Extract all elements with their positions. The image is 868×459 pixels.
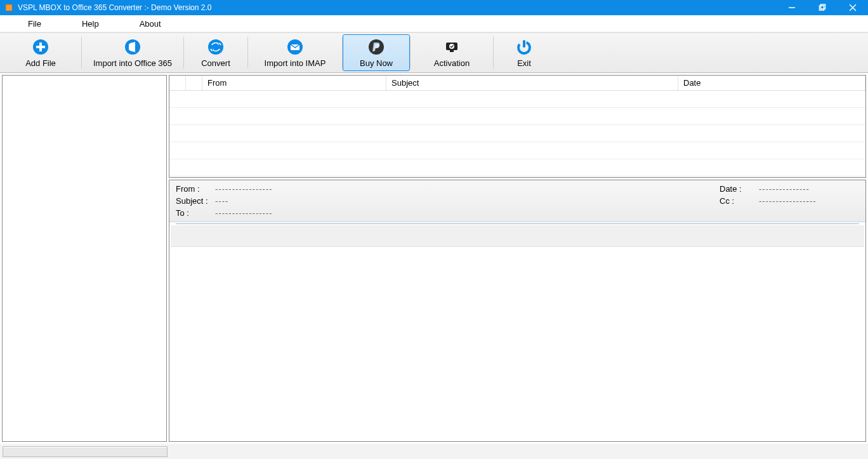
list-header: From Subject Date <box>169 76 865 91</box>
preview-date-value: --------------- <box>759 184 810 194</box>
svg-rect-2 <box>820 6 824 10</box>
convert-label: Convert <box>201 58 230 68</box>
table-row[interactable] <box>169 125 865 142</box>
maximize-button[interactable] <box>807 0 838 15</box>
preview-divider <box>176 223 859 224</box>
import-imap-label: Import into IMAP <box>265 58 326 68</box>
preview-body-header-strip <box>171 225 864 247</box>
header-rownum[interactable] <box>169 76 186 90</box>
buy-now-button[interactable]: Buy Now <box>343 34 410 71</box>
svg-rect-0 <box>6 4 12 11</box>
activation-button[interactable]: Activation <box>411 33 493 72</box>
window-controls <box>777 0 868 15</box>
svg-rect-3 <box>821 4 825 9</box>
activation-label: Activation <box>434 58 470 68</box>
header-checkbox[interactable] <box>186 76 202 90</box>
file-tree-panel[interactable] <box>2 75 167 442</box>
right-panel: From Subject Date From : ---------------… <box>169 75 866 442</box>
svg-point-10 <box>208 39 223 55</box>
app-icon <box>4 3 14 13</box>
preview-cc-value: ----------------- <box>759 196 817 206</box>
header-date[interactable]: Date <box>678 76 865 90</box>
add-file-button[interactable]: Add File <box>0 33 81 72</box>
header-subject[interactable]: Subject <box>386 76 678 90</box>
svg-rect-8 <box>36 46 45 48</box>
preview-to-label: To : <box>176 208 209 218</box>
buy-now-label: Buy Now <box>360 58 393 68</box>
status-bar <box>0 444 868 459</box>
status-progress-well <box>3 446 168 457</box>
list-rows <box>169 91 865 177</box>
convert-button[interactable]: Convert <box>184 33 247 72</box>
paypal-icon <box>367 38 385 56</box>
main-area: From Subject Date From : ---------------… <box>0 73 868 444</box>
preview-subject-value: ---- <box>215 196 228 206</box>
preview-from-label: From : <box>176 184 209 194</box>
exit-button[interactable]: Exit <box>494 33 555 72</box>
preview-subject-label: Subject : <box>176 196 209 206</box>
mail-icon <box>286 38 304 56</box>
svg-rect-18 <box>523 40 525 48</box>
preview-to-value: ----------------- <box>215 208 273 218</box>
add-file-label: Add File <box>25 58 56 68</box>
minimize-button[interactable] <box>777 0 807 15</box>
preview-body[interactable] <box>169 247 865 441</box>
plus-circle-icon <box>32 38 49 56</box>
preview-from-value: ----------------- <box>215 184 273 194</box>
window-title: VSPL MBOX to Office 365 Converter :- Dem… <box>18 3 211 12</box>
email-list[interactable]: From Subject Date <box>169 75 866 178</box>
power-icon <box>515 38 533 56</box>
table-row[interactable] <box>169 108 865 125</box>
menu-bar: File Help About <box>0 15 868 32</box>
convert-icon <box>207 38 225 56</box>
menu-help[interactable]: Help <box>73 15 108 32</box>
exit-label: Exit <box>517 58 531 68</box>
import-office365-label: Import into Office 365 <box>93 58 172 68</box>
table-row[interactable] <box>169 159 865 176</box>
toolbar: Add File Import into Office 365 Convert … <box>0 32 868 73</box>
table-row[interactable] <box>169 91 865 108</box>
import-imap-button[interactable]: Import into IMAP <box>248 33 342 72</box>
menu-file[interactable]: File <box>19 15 50 32</box>
import-office365-button[interactable]: Import into Office 365 <box>82 33 183 72</box>
title-bar: VSPL MBOX to Office 365 Converter :- Dem… <box>0 0 868 15</box>
preview-cc-label: Cc : <box>720 196 753 206</box>
email-preview: From : ----------------- Date : --------… <box>169 180 866 442</box>
table-row[interactable] <box>169 142 865 159</box>
close-button[interactable] <box>838 0 868 15</box>
activation-icon <box>443 38 461 56</box>
office-icon <box>124 38 141 56</box>
preview-header: From : ----------------- Date : --------… <box>169 180 865 222</box>
header-from[interactable]: From <box>202 76 386 90</box>
menu-about[interactable]: About <box>131 15 170 32</box>
svg-rect-15 <box>450 50 454 52</box>
preview-date-label: Date : <box>720 184 753 194</box>
